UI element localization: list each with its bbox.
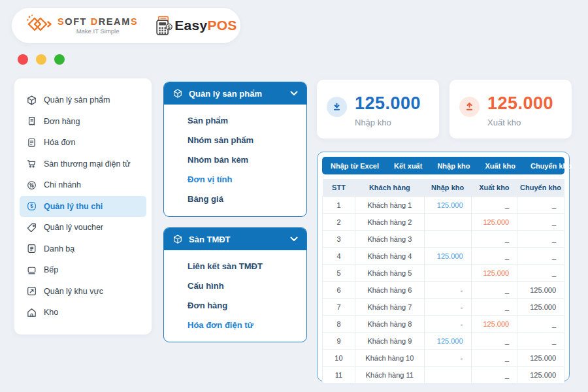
sidebar-item-label: Hóa đơn <box>44 138 76 147</box>
arrow-up-icon <box>459 97 480 117</box>
table-cell: 10 <box>323 350 355 367</box>
table-cell: Khách hàng 10 <box>355 350 424 367</box>
column-header: Chuyển kho <box>517 179 564 197</box>
receipt-icon <box>26 116 37 127</box>
panel-menu-item[interactable]: Liên kết sàn TMĐT <box>188 256 306 276</box>
table-cell: 125.000 <box>471 316 517 333</box>
soft-dreams-logo: SOFT DREAMS Make IT Simple <box>25 12 138 39</box>
sidebar-item-label: Quản lý thu chi <box>44 202 103 211</box>
sidebar-item-label: Sàn thương mại điện tử <box>44 159 131 169</box>
sidebar-item[interactable]: Quản lý sản phẩm <box>20 90 146 111</box>
table-cell: _ <box>471 299 517 316</box>
sidebar-item[interactable]: Chi nhánh <box>20 174 146 196</box>
table-row[interactable]: 9Khách hàng 9125.000__ <box>323 333 564 350</box>
table-cell: _ <box>471 231 517 248</box>
panel-menu-item[interactable]: Hóa đơn điện tử <box>188 315 306 335</box>
sidebar-item[interactable]: Đơn hàng <box>20 111 146 133</box>
table-row[interactable]: 3Khách hàng 3__ <box>323 231 564 248</box>
table-cell: - <box>424 282 471 299</box>
table-cell: 4 <box>323 248 355 265</box>
soft-dreams-mark-icon <box>25 12 54 39</box>
sidebar-item-label: Kho <box>44 308 58 317</box>
stat-card-import: 125.000 Nhập kho <box>317 80 439 139</box>
voucher-icon <box>26 222 37 233</box>
table-cell <box>424 231 471 248</box>
sidebar-item[interactable]: Bếp <box>20 259 146 281</box>
table-row[interactable]: 4Khách hàng 4125.000__ <box>323 248 564 265</box>
table-cell: 125.000 <box>517 350 564 367</box>
cart-icon <box>26 158 37 169</box>
table-cell: 125.000 <box>517 282 564 299</box>
panel-ecommerce-header[interactable]: Sàn TMĐT <box>164 228 306 250</box>
panel-ecommerce-items: Liên kết sàn TMĐTCấu hìnhĐơn hàngHóa đơn… <box>164 250 306 335</box>
sidebar-item[interactable]: Kho <box>20 302 146 323</box>
panel-menu-item[interactable]: Đơn vị tính <box>188 169 306 189</box>
table-cell: 125.000 <box>471 265 517 282</box>
table-cell: 8 <box>323 316 355 333</box>
sidebar-item[interactable]: $Quản lý thu chi <box>20 196 146 218</box>
table-tab[interactable]: Xuất kho <box>485 162 515 170</box>
warehouse-icon <box>26 307 37 318</box>
sidebar-item[interactable]: Quản lý khu vực <box>20 281 146 302</box>
table-tab[interactable]: Kết xuất <box>394 162 422 170</box>
table-cell: 3 <box>323 231 355 248</box>
chevron-down-icon <box>290 237 298 242</box>
table-row[interactable]: 6Khách hàng 6-_125.000 <box>323 282 564 299</box>
panel-product-management-items: Sản phẩmNhóm sản phẩmNhóm bán kèmĐơn vị … <box>164 105 306 208</box>
column-header: Khách hàng <box>355 179 424 197</box>
sidebar-item[interactable]: Hóa đơn <box>20 132 146 154</box>
table-cell: _ <box>471 197 517 214</box>
table-cell: _ <box>471 333 517 350</box>
table-row[interactable]: 7Khách hàng 7-_125.000 <box>323 299 564 316</box>
table-tab[interactable]: Nhập kho <box>437 162 470 170</box>
import-total-label: Nhập kho <box>355 118 421 127</box>
svg-text:$: $ <box>168 24 171 29</box>
column-header: Xuất kho <box>471 179 517 197</box>
panel-menu-item[interactable]: Đơn hàng <box>188 295 306 315</box>
sidebar-item-label: Quản lý khu vực <box>44 287 103 296</box>
table-cell <box>424 214 471 231</box>
table-cell: Khách hàng 5 <box>355 265 424 282</box>
panel-product-management-header[interactable]: Quản lý sản phẩm <box>164 82 306 105</box>
table-cell: _ <box>517 333 564 350</box>
table-cell: _ <box>471 367 517 384</box>
panel-menu-item[interactable]: Cấu hình <box>188 276 306 295</box>
table-tab[interactable]: Chuyển kho <box>531 162 572 170</box>
sidebar-menu: Quản lý sản phẩmĐơn hàngHóa đơnSàn thươn… <box>14 78 152 335</box>
table-cell: Khách hàng 9 <box>355 333 424 350</box>
svg-text:$: $ <box>30 204 33 210</box>
table-cell: _ <box>471 248 517 265</box>
area-icon <box>26 286 37 297</box>
table-cell: _ <box>517 197 564 214</box>
maximize-dot[interactable] <box>54 54 65 65</box>
table-row[interactable]: 8Khách hàng 8-125.000_ <box>323 316 564 333</box>
panel-menu-item[interactable]: Bảng giá <box>188 189 306 208</box>
table-cell: Khách hàng 8 <box>355 316 424 333</box>
sidebar-item[interactable]: Danh bạ <box>20 238 146 260</box>
panel-menu-item[interactable]: Sản phẩm <box>188 110 306 130</box>
panel-menu-item[interactable]: Nhóm sản phẩm <box>188 130 306 150</box>
table-row[interactable]: 2Khách hàng 2125.000_ <box>323 214 564 231</box>
table-row[interactable]: 11Khách hàng 11_125.000 <box>323 367 564 384</box>
table-row[interactable]: 1Khách hàng 1125.000__ <box>323 197 564 214</box>
table-cell: _ <box>517 265 564 282</box>
table-cell: Khách hàng 3 <box>355 231 424 248</box>
brand-header: SOFT DREAMS Make IT Simple $ EasyPOS <box>12 8 240 43</box>
column-header: Nhập kho <box>424 179 471 197</box>
sidebar-item-label: Quản lý voucher <box>44 223 103 232</box>
table-row[interactable]: 5Khách hàng 5125.000_ <box>323 265 564 282</box>
table-tab[interactable]: Nhập từ Excel <box>331 162 379 170</box>
package-icon <box>172 88 183 99</box>
sidebar-item-label: Quản lý sản phẩm <box>44 95 110 105</box>
export-total-label: Xuất kho <box>487 118 553 127</box>
table-row[interactable]: 10Khách hàng 10-_125.000 <box>323 350 564 367</box>
close-dot[interactable] <box>18 54 28 65</box>
minimize-dot[interactable] <box>36 54 46 65</box>
table-cell: Khách hàng 2 <box>355 214 424 231</box>
sidebar-item[interactable]: Quản lý voucher <box>20 217 146 238</box>
panel-menu-item[interactable]: Nhóm bán kèm <box>188 150 306 169</box>
sidebar-item[interactable]: Sàn thương mại điện tử <box>20 154 146 175</box>
table-cell: 6 <box>323 282 355 299</box>
table-cell: _ <box>517 248 564 265</box>
panel-ecommerce: Sàn TMĐT Liên kết sàn TMĐTCấu hìnhĐơn hà… <box>163 227 307 342</box>
